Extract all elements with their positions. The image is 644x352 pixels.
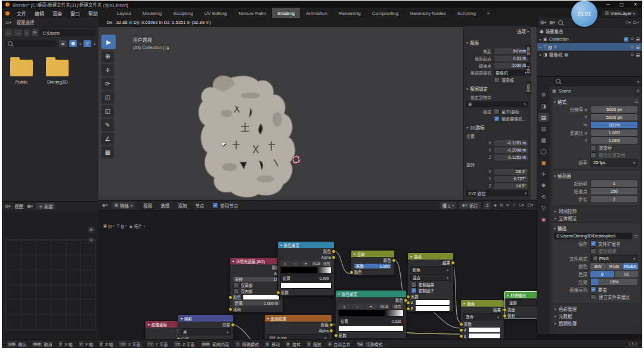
workspace-tab[interactable]: Geometry Nodes: [404, 8, 451, 18]
segment-option[interactable]: RGB: [606, 263, 622, 270]
shader-editor[interactable]: ◉▾ ▣物体▾ 视图选择添加节点 使用节点 槽 1▾ ◉▾拓片 2 ◈ ⧉ ✕ …: [98, 200, 537, 339]
value-field[interactable]: -58.3°: [494, 168, 528, 175]
properties-tab[interactable]: ◉: [538, 215, 549, 224]
properties-tab[interactable]: ⚙: [538, 90, 549, 99]
filter-icon[interactable]: ▽▾: [626, 20, 631, 25]
node-header[interactable]: ▾环境光遮蔽 (AO): [230, 258, 283, 264]
new-image-button[interactable]: ＋ 新建: [36, 203, 55, 209]
node-rampctl[interactable]: ＋−▾RGB线性: [280, 261, 332, 266]
value-field[interactable]: 1: [590, 195, 638, 203]
node-sel2-颜色[interactable]: 颜色▾: [410, 266, 451, 273]
camera-visibility-icon[interactable]: ⬓: [636, 36, 640, 42]
outliner-item[interactable]: ▸ ▣ Collection ⊙ ⬓: [537, 35, 642, 43]
shader-editor-icon[interactable]: ◉▾: [102, 203, 108, 208]
expand-caret[interactable]: ▸: [540, 45, 541, 49]
properties-tab[interactable]: ◨: [538, 101, 549, 110]
frame-range-header[interactable]: ▾帧范围: [554, 172, 638, 179]
node-chk-仅内部[interactable]: 仅内部: [230, 288, 283, 294]
shader-node-invert[interactable]: ▾反转颜色系数1.000颜色: [351, 250, 395, 276]
display-mode-icon[interactable]: ▦▾: [549, 20, 555, 25]
close-button[interactable]: ✕: [633, 2, 637, 7]
segment-option[interactable]: 8: [590, 271, 614, 277]
material-users-button[interactable]: 2: [484, 202, 491, 209]
camera-visibility-icon[interactable]: ⬓: [636, 53, 640, 57]
node-header[interactable]: ▾图像纹理: [265, 315, 332, 322]
collapsed-panel[interactable]: ▸元数据: [552, 312, 640, 319]
folder-item[interactable]: Public: [10, 60, 33, 85]
node-insw-A[interactable]: A: [461, 327, 504, 333]
hide-eye-icon[interactable]: ⊙: [631, 53, 634, 57]
value-field[interactable]: -0.2906 m: [494, 147, 528, 154]
properties-tab[interactable]: ▥: [538, 124, 549, 133]
new-collection-icon[interactable]: 🗀+: [633, 20, 639, 25]
menu-item[interactable]: 文件: [13, 11, 30, 17]
value-field[interactable]: 1: [590, 180, 638, 187]
refresh-button[interactable]: ⟳: [32, 29, 39, 36]
workspace-tab[interactable]: Scripting: [452, 8, 482, 18]
blender-menu-icon[interactable]: [5, 11, 10, 16]
menu-item[interactable]: 视图: [17, 20, 26, 26]
expand-caret[interactable]: ▸: [540, 37, 541, 41]
node-sel2-全部[interactable]: 全部▾: [507, 299, 537, 306]
menu-item[interactable]: 渲染: [48, 11, 66, 17]
n-panel-tab[interactable]: 视图: [526, 81, 531, 95]
value-field[interactable]: 5000 px: [590, 113, 638, 121]
pin-icon[interactable]: ⊹: [636, 88, 640, 94]
folder-item[interactable]: Shining3D: [46, 60, 69, 85]
node-insw-B[interactable]: B: [461, 333, 504, 339]
compression-slider[interactable]: 15%: [590, 278, 638, 286]
lock-object-field[interactable]: ▣✎: [466, 101, 528, 107]
value-field[interactable]: 14.9°: [494, 183, 528, 190]
node-insw-颜色[interactable]: 颜色: [230, 294, 283, 300]
menu-item[interactable]: 编辑: [30, 11, 48, 17]
node-sel2-混合[interactable]: 混合▾: [410, 274, 451, 281]
properties-tab[interactable]: ◯: [538, 147, 549, 156]
tool-button[interactable]: ▦: [101, 146, 114, 159]
n-panel-tab[interactable]: 工具: [526, 63, 531, 76]
node-sel2-点[interactable]: 点▾: [181, 328, 231, 335]
value-field[interactable]: -0.1281 m: [494, 140, 528, 147]
overlays-icon[interactable]: ◫▾: [527, 203, 533, 208]
segment-option[interactable]: RGBA: [623, 263, 638, 270]
workspace-tab[interactable]: +: [482, 8, 496, 18]
view-layer-selector[interactable]: ▥ViewLayer▾: [601, 10, 639, 17]
pan-icon[interactable]: ✛: [88, 237, 95, 244]
shader-node-imgtex[interactable]: ▾图像纹理颜色Alpha▨▾jg.jpg✕线性▾平直▾: [264, 314, 332, 339]
properties-search-input[interactable]: [553, 78, 635, 84]
minimize-button[interactable]: ─: [606, 2, 610, 7]
shader-type-select[interactable]: ▣物体▾: [112, 202, 135, 209]
properties-tab[interactable]: ▤: [538, 113, 549, 122]
breadcrumb-item[interactable]: ◉ 拓片 ›: [129, 223, 144, 229]
node-header[interactable]: ▾颜色渐变: [278, 242, 334, 248]
material-selector[interactable]: ◉▾拓片: [459, 202, 481, 209]
tool-button[interactable]: ⊕: [101, 50, 114, 63]
material-slot-select[interactable]: 槽 1▾: [440, 202, 457, 209]
workspace-tab[interactable]: Sculpting: [168, 8, 199, 18]
outliner-item[interactable]: ▸ ◨ 摄像机 ▦ ⊙ ⬓: [537, 51, 642, 58]
unlink-button[interactable]: ✕: [506, 203, 509, 208]
node-chk-仅局部[interactable]: 仅局部: [230, 282, 283, 288]
tool-button[interactable]: ◰: [101, 91, 114, 104]
use-nodes-checkbox[interactable]: 使用节点: [212, 202, 238, 209]
properties-tab[interactable]: ▦: [538, 135, 549, 144]
shader-node-ao[interactable]: ▾环境光遮蔽 (AO)颜色AO采样16仅局部仅内部颜色距离1.000 m法向: [230, 257, 283, 313]
shader-node-output[interactable]: ▾材质输出全部▾表面体积: [504, 291, 537, 319]
properties-tab[interactable]: ⟲: [538, 192, 549, 201]
breadcrumb-item[interactable]: ▽ jg ›: [116, 224, 126, 229]
node-insw-B[interactable]: B: [408, 305, 453, 311]
node-header[interactable]: ▾反转: [351, 251, 394, 257]
camera-visibility-icon[interactable]: ⬓: [636, 45, 640, 50]
options-dropdown[interactable]: 选项▾: [517, 28, 529, 35]
scene-collection-row[interactable]: ▣ 场景集合: [537, 27, 642, 35]
value-field[interactable]: 250: [590, 187, 638, 195]
tool-button[interactable]: ◱: [101, 105, 114, 118]
node-chk-钳制因子[interactable]: 钳制因子: [408, 288, 453, 294]
view-lock-panel-header[interactable]: ▾视图锁定: [466, 85, 528, 92]
value-field[interactable]: -0.1253 m: [494, 154, 528, 161]
hide-eye-icon[interactable]: ⊙: [631, 45, 634, 50]
value-field[interactable]: 5000 px: [590, 106, 638, 113]
menu-item[interactable]: 添加: [174, 203, 191, 209]
shader-node-mix2[interactable]: ▾混合结果混合▾系数AB: [460, 299, 504, 339]
render-region-checkbox[interactable]: 渲染框: [590, 144, 638, 151]
view-panel-header[interactable]: ▾视图: [466, 39, 528, 46]
